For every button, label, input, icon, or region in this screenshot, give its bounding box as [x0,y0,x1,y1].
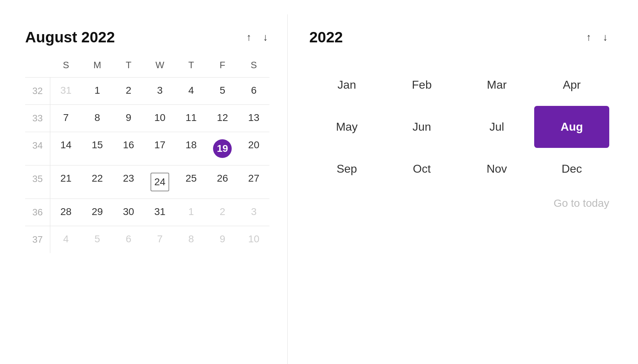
day-cell[interactable]: 2 [113,78,144,104]
month-calendar-header: August 2022 ↑ ↓ [25,29,269,46]
day-number: 24 [151,173,169,191]
day-number: 16 [123,139,134,151]
day-cell[interactable]: 23 [113,165,144,199]
day-cell[interactable]: 1 [82,78,113,104]
month-cell-sep[interactable]: Sep [309,148,384,190]
day-cell[interactable]: 10 [238,226,269,253]
day-cell[interactable]: 5 [82,226,113,253]
day-cell[interactable]: 29 [82,199,113,226]
day-cell[interactable]: 4 [176,78,207,104]
week-number: 34 [25,132,50,165]
day-cell[interactable]: 7 [50,105,82,132]
day-header-row: SMTWTFS [25,57,269,76]
day-number: 22 [92,173,103,184]
day-cell[interactable]: 11 [176,105,207,132]
year-down-arrow[interactable]: ↓ [601,31,609,44]
day-header-label: M [82,57,113,76]
day-header-label: S [50,57,82,76]
day-cell[interactable]: 17 [144,132,175,165]
week-number: 35 [25,165,50,199]
day-cell[interactable]: 31 [50,78,82,104]
day-cell[interactable]: 9 [113,105,144,132]
calendar-row: 3521222324252627 [25,165,269,199]
month-cell-feb[interactable]: Feb [384,64,459,106]
month-cell-jan[interactable]: Jan [309,64,384,106]
day-cell[interactable]: 19 [207,132,238,165]
day-number: 15 [92,139,103,151]
month-cell-jul[interactable]: Jul [459,106,535,148]
day-number: 28 [60,206,71,218]
day-header-label: W [144,57,175,76]
day-number: 25 [186,173,197,184]
day-cell[interactable]: 20 [238,132,269,165]
day-cell[interactable]: 3 [144,78,175,104]
month-cell-dec[interactable]: Dec [534,148,609,190]
year-title: 2022 [309,29,343,46]
day-number: 1 [94,85,100,96]
day-number: 8 [94,112,100,123]
day-cell[interactable]: 1 [176,199,207,226]
day-cell[interactable]: 31 [144,199,175,226]
month-cell-mar[interactable]: Mar [459,64,535,106]
day-cell[interactable]: 9 [207,226,238,253]
day-header-label: T [113,57,144,76]
day-cell[interactable]: 28 [50,199,82,226]
day-number: 1 [188,206,194,218]
day-cell[interactable]: 15 [82,132,113,165]
week-number: 37 [25,226,50,253]
day-cell[interactable]: 18 [176,132,207,165]
calendar-row: 3378910111213 [25,104,269,132]
day-cell[interactable]: 21 [50,165,82,199]
day-cell[interactable]: 8 [176,226,207,253]
goto-today-button[interactable]: Go to today [309,197,609,209]
year-up-arrow[interactable]: ↑ [585,31,593,44]
month-down-arrow[interactable]: ↓ [262,31,269,44]
day-number: 26 [217,173,228,184]
month-cell-apr[interactable]: Apr [534,64,609,106]
day-cell[interactable]: 16 [113,132,144,165]
day-cell[interactable]: 2 [207,199,238,226]
day-cell[interactable]: 4 [50,226,82,253]
day-cell[interactable]: 3 [238,199,269,226]
day-cell[interactable]: 10 [144,105,175,132]
day-cell[interactable]: 26 [207,165,238,199]
day-cell[interactable]: 6 [113,226,144,253]
day-number: 13 [248,112,259,123]
month-cell-may[interactable]: May [309,106,384,148]
year-nav-arrows: ↑ ↓ [585,31,609,44]
day-cell[interactable]: 12 [207,105,238,132]
month-cell-jun[interactable]: Jun [384,106,459,148]
day-cell[interactable]: 30 [113,199,144,226]
month-up-arrow[interactable]: ↑ [245,31,253,44]
month-cell-aug[interactable]: Aug [534,106,609,148]
day-cell[interactable]: 22 [82,165,113,199]
day-number: 31 [60,85,71,96]
day-cell[interactable]: 24 [144,165,175,199]
day-cell[interactable]: 8 [82,105,113,132]
day-number: 29 [92,206,103,218]
day-number: 3 [157,85,163,96]
month-year-title: August 2022 [25,29,115,46]
calendar-body: 3231123456337891011121334141516171819203… [25,77,269,253]
week-number: 32 [25,78,50,104]
day-cell[interactable]: 14 [50,132,82,165]
day-cell[interactable]: 25 [176,165,207,199]
day-number: 7 [157,233,163,245]
day-cell[interactable]: 6 [238,78,269,104]
calendar-row: 3231123456 [25,77,269,104]
month-cell-nov[interactable]: Nov [459,148,535,190]
day-number: 18 [186,139,197,151]
day-number: 5 [94,233,100,245]
day-header-label: S [238,57,269,76]
month-cell-oct[interactable]: Oct [384,148,459,190]
day-number: 30 [123,206,134,218]
day-number: 6 [126,233,131,245]
calendar-row: 3745678910 [25,226,269,253]
day-number: 20 [248,139,259,151]
day-cell[interactable]: 27 [238,165,269,199]
day-cell[interactable]: 13 [238,105,269,132]
calendar-row: 3628293031123 [25,199,269,226]
day-cell[interactable]: 7 [144,226,175,253]
day-number: 6 [251,85,257,96]
day-cell[interactable]: 5 [207,78,238,104]
